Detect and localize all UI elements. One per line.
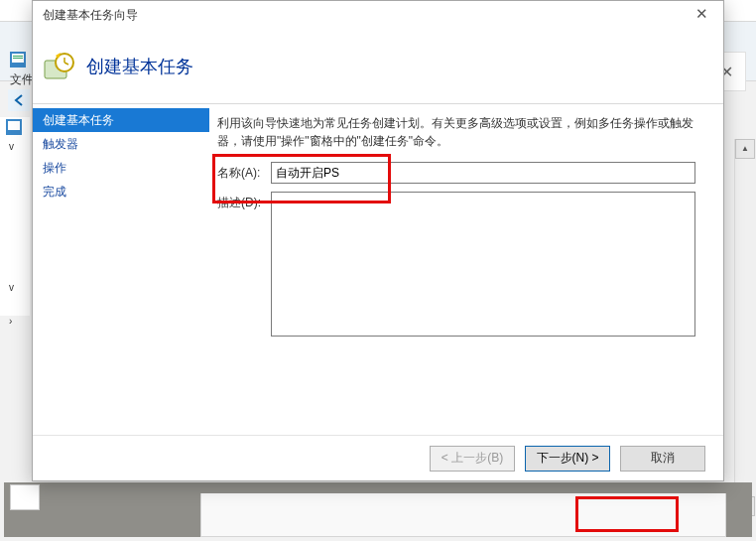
svg-rect-6 — [8, 121, 20, 130]
description-row: 描述(D): — [217, 192, 695, 337]
back-button: < 上一步(B) — [430, 446, 515, 472]
wizard-form: 利用该向导快速地为常见任务创建计划。有关更多高级选项或设置，例如多任务操作或触发… — [209, 104, 723, 435]
chevron-down-icon[interactable]: v — [9, 282, 14, 293]
name-label: 名称(A): — [217, 162, 271, 182]
task-description-input[interactable] — [271, 192, 695, 337]
parent-scrollbar[interactable]: ▲ ▼ — [734, 139, 756, 516]
parent-doc-icon — [10, 484, 40, 510]
task-scheduler-icon — [6, 119, 22, 135]
svg-rect-2 — [13, 56, 23, 57]
step-action[interactable]: 操作 — [33, 156, 209, 180]
wizard-steps-list: 创建基本任务 触发器 操作 完成 — [33, 104, 209, 435]
dialog-titlebar: 创建基本任务向导 ✕ — [33, 1, 723, 29]
svg-rect-4 — [8, 89, 30, 111]
next-button[interactable]: 下一步(N) > — [525, 446, 610, 472]
description-label: 描述(D): — [217, 192, 271, 211]
chevron-right-icon[interactable]: › — [9, 316, 12, 327]
step-finish[interactable]: 完成 — [33, 180, 209, 203]
close-icon: ✕ — [695, 5, 708, 22]
name-row: 名称(A): — [217, 162, 695, 184]
dialog-header: 创建基本任务 — [33, 29, 723, 104]
svg-rect-3 — [13, 58, 23, 59]
wizard-intro-text: 利用该向导快速地为常见任务创建计划。有关更多高级选项或设置，例如多任务操作或触发… — [217, 114, 695, 150]
create-basic-task-wizard-dialog: 创建基本任务向导 ✕ 创建基本任务 创建基本任务 触发器 操作 完成 利用该向导… — [32, 0, 724, 481]
task-name-input[interactable] — [271, 162, 695, 184]
dialog-header-title: 创建基本任务 — [86, 55, 193, 78]
dialog-close-button[interactable]: ✕ — [680, 1, 723, 29]
chevron-down-icon[interactable]: v — [9, 141, 14, 152]
wizard-clock-icon — [43, 51, 74, 82]
step-create-basic-task[interactable]: 创建基本任务 — [33, 108, 209, 132]
step-trigger[interactable]: 触发器 — [33, 132, 209, 156]
cancel-button[interactable]: 取消 — [620, 446, 705, 472]
parent-app-icon — [10, 52, 26, 68]
back-icon[interactable] — [8, 89, 30, 111]
scroll-up-icon[interactable]: ▲ — [735, 139, 755, 159]
dialog-footer: < 上一步(B) 下一步(N) > 取消 — [33, 435, 723, 480]
parent-status-card — [200, 493, 726, 537]
dialog-body: 创建基本任务 触发器 操作 完成 利用该向导快速地为常见任务创建计划。有关更多高… — [33, 104, 723, 435]
parent-file-menu[interactable]: 文件 — [10, 71, 34, 88]
dialog-title-text: 创建基本任务向导 — [43, 7, 138, 24]
parent-sidebar: v v › — [0, 117, 30, 316]
